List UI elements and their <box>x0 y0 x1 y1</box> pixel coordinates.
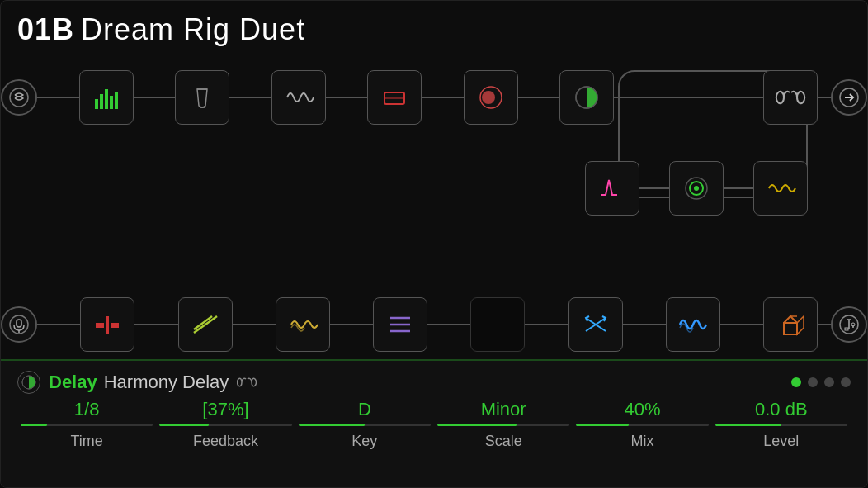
fx-amp[interactable] <box>763 297 818 352</box>
bot-line-7 <box>623 324 666 325</box>
param-time-fill <box>21 424 47 426</box>
dot-3[interactable] <box>824 377 834 387</box>
fx-gate[interactable] <box>80 297 134 352</box>
fx-tremolo[interactable] <box>373 297 427 352</box>
param-level[interactable]: 0.0 dB Level <box>712 399 851 450</box>
bot-line-1 <box>37 324 80 325</box>
svg-line-24 <box>194 316 217 333</box>
line-7 <box>614 97 656 98</box>
bot-line-3 <box>233 324 276 325</box>
line-9 <box>818 97 831 98</box>
fx-xtalk[interactable] <box>178 297 233 352</box>
param-mix[interactable]: 40% Mix <box>573 399 711 450</box>
svg-rect-1 <box>95 99 98 109</box>
param-level-fill <box>715 424 781 426</box>
svg-rect-21 <box>96 323 104 328</box>
effect-name-label: Harmony Delay <box>104 372 229 393</box>
page-dots <box>791 377 851 387</box>
svg-rect-29 <box>784 323 797 334</box>
fx-eq[interactable] <box>79 70 134 125</box>
chain-row-bottom <box>1 297 867 352</box>
fb-line-1 <box>639 187 669 189</box>
line-8 <box>722 97 764 98</box>
line-3 <box>229 97 271 98</box>
param-scale-label: Scale <box>485 433 522 450</box>
dot-4[interactable] <box>841 377 851 387</box>
preset-name: Dream Rig Duet <box>81 12 305 47</box>
param-time-bar <box>21 424 153 426</box>
param-scale[interactable]: Minor Scale <box>434 399 573 450</box>
fx-dist[interactable] <box>367 70 422 125</box>
param-scale-fill <box>437 424 517 426</box>
fx-phaser[interactable] <box>669 161 724 216</box>
svg-rect-19 <box>17 320 21 327</box>
fx-delay[interactable] <box>763 70 818 125</box>
line-2 <box>134 97 176 98</box>
effect-type-label: Delay <box>49 372 97 393</box>
param-key-value: D <box>358 399 371 420</box>
svg-rect-4 <box>110 96 113 109</box>
param-feedback-bar <box>159 424 291 426</box>
fx-comp[interactable] <box>175 70 229 125</box>
line-6 <box>518 97 560 98</box>
main-container: 01B Dream Rig Duet <box>0 0 868 488</box>
param-key-fill <box>299 424 365 426</box>
preset-number: 01B <box>17 12 74 47</box>
bottom-bar: Delay Harmony Delay 1/8 <box>1 359 867 487</box>
fx-chorus[interactable] <box>276 297 330 352</box>
param-feedback-value: [37%] <box>202 399 248 420</box>
param-row: 1/8 Time [37%] Feedback D Key <box>17 399 851 450</box>
param-mix-bar <box>576 424 708 426</box>
dot-2[interactable] <box>808 377 818 387</box>
bot-line-8 <box>720 324 763 325</box>
param-mix-value: 40% <box>624 399 660 420</box>
output-connector[interactable] <box>831 79 867 116</box>
input-connector[interactable] <box>1 79 37 116</box>
param-time[interactable]: 1/8 Time <box>17 399 156 450</box>
bot-line-9 <box>818 324 831 325</box>
svg-point-11 <box>482 91 495 104</box>
param-key-bar <box>299 424 431 426</box>
param-key[interactable]: D Key <box>295 399 434 450</box>
fx-pitch-shift[interactable] <box>568 297 623 352</box>
param-scale-value: Minor <box>481 399 526 420</box>
signal-chains <box>1 54 867 376</box>
line-1 <box>37 97 79 98</box>
param-feedback-label: Feedback <box>193 433 258 450</box>
param-level-bar <box>715 424 847 426</box>
param-mix-fill <box>576 424 629 426</box>
title-bar: 01B Dream Rig Duet <box>1 1 867 54</box>
line-5 <box>422 97 464 98</box>
svg-rect-22 <box>106 316 109 334</box>
fx-pitch2[interactable] <box>470 297 525 352</box>
param-time-value: 1/8 <box>74 399 100 420</box>
gap-line <box>656 97 722 98</box>
param-feedback[interactable]: [37%] Feedback <box>156 399 295 450</box>
param-level-label: Level <box>763 433 799 450</box>
svg-rect-23 <box>111 323 119 328</box>
svg-rect-5 <box>115 92 118 109</box>
chain-row-feedback <box>578 161 808 216</box>
fb-line-2 <box>724 187 753 189</box>
param-level-value: 0.0 dB <box>755 399 808 420</box>
mic-connector[interactable] <box>1 306 37 343</box>
dot-1[interactable] <box>791 377 801 387</box>
fx-env[interactable] <box>585 161 639 216</box>
svg-rect-3 <box>105 89 108 109</box>
fx-pitch[interactable] <box>559 70 614 125</box>
link-icon[interactable] <box>237 375 257 390</box>
fx-ring[interactable] <box>464 70 518 125</box>
svg-point-17 <box>694 186 699 191</box>
param-mix-label: Mix <box>630 433 653 450</box>
svg-rect-2 <box>100 94 103 109</box>
line-4 <box>326 97 368 98</box>
fx-osc[interactable] <box>753 161 808 216</box>
fx-flanger[interactable] <box>666 297 720 352</box>
effect-type-icon[interactable] <box>17 371 40 394</box>
fx-mod[interactable] <box>271 70 326 125</box>
param-key-label: Key <box>351 433 377 450</box>
svg-point-0 <box>10 88 28 107</box>
bot-line-5 <box>427 324 470 325</box>
chain-row-top <box>1 70 867 125</box>
usb-connector[interactable] <box>831 306 867 343</box>
